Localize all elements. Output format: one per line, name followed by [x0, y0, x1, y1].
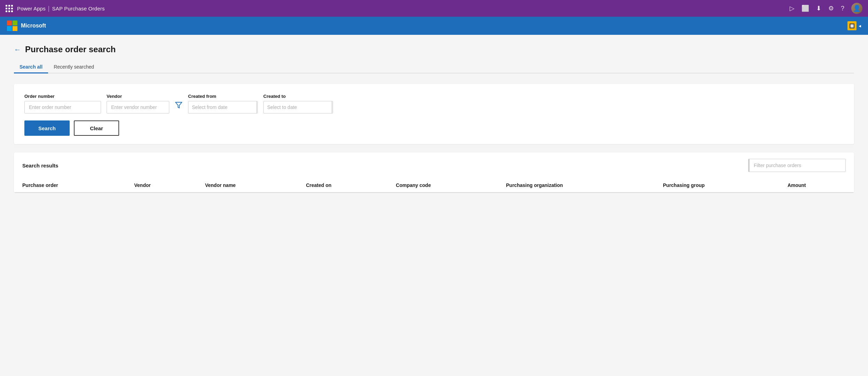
ms-square-red	[7, 21, 12, 25]
created-from-label: Created from	[188, 94, 258, 99]
action-buttons-row: Search Clear	[24, 120, 844, 136]
ms-square-blue	[7, 26, 12, 31]
order-number-input[interactable]	[24, 101, 101, 113]
title-divider: |	[48, 5, 51, 12]
ms-bar-right: 🔲 ◂	[847, 21, 861, 30]
ms-square-green	[13, 21, 17, 25]
search-button[interactable]: Search	[24, 120, 70, 136]
top-nav: Power Apps | SAP Purchase Orders ▷ ⬜ ⬇ ⚙…	[0, 0, 868, 17]
tabs-container: Search all Recently searched	[14, 61, 854, 73]
app-title: Power Apps | SAP Purchase Orders	[17, 5, 105, 12]
avatar[interactable]: 👤	[851, 3, 862, 14]
created-to-calendar-btn[interactable]	[332, 101, 333, 113]
page-header: ← Purchase order search	[14, 45, 854, 54]
table-header: Purchase order Vendor Vendor name Create…	[14, 178, 854, 193]
ms-square-yellow	[13, 26, 17, 31]
filter-purchase-orders-input[interactable]	[750, 160, 845, 171]
filter-input-container	[748, 159, 846, 172]
filter-funnel-icon[interactable]	[175, 101, 183, 111]
col-created-on: Created on	[297, 178, 387, 193]
clear-button[interactable]: Clear	[74, 120, 119, 136]
tab-search-all[interactable]: Search all	[14, 61, 48, 73]
back-arrow-icon[interactable]: ←	[14, 46, 21, 54]
created-to-date-input	[263, 101, 333, 113]
top-nav-left: Power Apps | SAP Purchase Orders	[6, 5, 105, 12]
created-from-date-input	[188, 101, 258, 113]
col-vendor-name: Vendor name	[197, 178, 298, 193]
created-from-group: Created from	[188, 94, 258, 113]
order-number-label: Order number	[24, 94, 101, 99]
results-header: Search results	[14, 152, 854, 178]
microsoft-logo: Microsoft	[7, 21, 46, 31]
ms-arrow-icon[interactable]: ◂	[859, 23, 861, 29]
form-fields-row: Order number Vendor Created from	[24, 94, 844, 113]
results-title: Search results	[22, 163, 58, 169]
col-purchasing-group: Purchasing group	[654, 178, 779, 193]
tab-recently-searched[interactable]: Recently searched	[48, 61, 100, 73]
apps-grid-icon[interactable]	[6, 5, 13, 12]
col-purchase-order: Purchase order	[14, 178, 126, 193]
col-vendor: Vendor	[126, 178, 196, 193]
col-amount: Amount	[779, 178, 854, 193]
ms-app-icon[interactable]: 🔲	[847, 21, 857, 30]
page-title: Purchase order search	[25, 45, 116, 54]
microsoft-label: Microsoft	[21, 23, 46, 29]
ms-squares-icon	[7, 21, 17, 31]
download-icon[interactable]: ⬇	[816, 5, 821, 12]
svg-marker-0	[176, 102, 182, 108]
play-icon[interactable]: ▷	[790, 5, 795, 12]
table-header-row: Purchase order Vendor Vendor name Create…	[14, 178, 854, 193]
created-from-calendar-btn[interactable]	[256, 101, 258, 113]
results-section: Search results Purchase order Vendor Ven…	[14, 152, 854, 193]
screen-icon[interactable]: ⬜	[801, 5, 809, 12]
col-purchasing-org: Purchasing organization	[498, 178, 654, 193]
col-company-code: Company code	[388, 178, 498, 193]
settings-icon[interactable]: ⚙	[828, 5, 834, 12]
created-from-text-input[interactable]	[188, 102, 256, 113]
avatar-image: 👤	[851, 3, 862, 14]
microsoft-bar: Microsoft 🔲 ◂	[0, 17, 868, 35]
main-content: ← Purchase order search Search all Recen…	[0, 35, 868, 376]
created-to-label: Created to	[263, 94, 333, 99]
help-icon[interactable]: ?	[841, 5, 844, 12]
vendor-group: Vendor	[107, 94, 169, 113]
results-table: Purchase order Vendor Vendor name Create…	[14, 178, 854, 193]
created-to-text-input[interactable]	[264, 102, 332, 113]
created-to-group: Created to	[263, 94, 333, 113]
filter-icon-container	[175, 101, 183, 113]
order-number-group: Order number	[24, 94, 101, 113]
top-nav-right: ▷ ⬜ ⬇ ⚙ ? 👤	[790, 3, 862, 14]
vendor-input[interactable]	[107, 101, 169, 113]
vendor-label: Vendor	[107, 94, 169, 99]
search-form: Order number Vendor Created from	[14, 84, 854, 144]
